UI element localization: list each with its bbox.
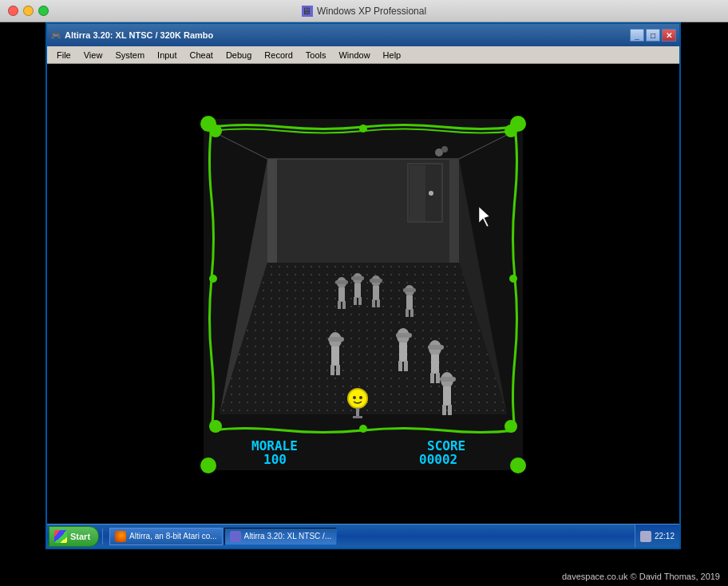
svg-rect-39 (377, 299, 380, 307)
svg-rect-58 (430, 373, 434, 383)
svg-rect-20 (410, 165, 425, 221)
svg-rect-53 (398, 361, 402, 371)
taskbar-tray: 22:12 (635, 525, 679, 548)
svg-text:100: 100 (263, 452, 287, 467)
xp-title-text: 🎮 Altirra 3.20: XL NTSC / 320K Rambo (50, 30, 630, 41)
taskbar-item-altirra[interactable]: Altirra 3.20: XL NTSC /... (224, 528, 338, 545)
corner-decoration-tl (200, 116, 216, 132)
svg-rect-65 (440, 377, 456, 382)
svg-rect-44 (410, 309, 413, 317)
svg-rect-27 (338, 287, 345, 302)
corner-decoration-bl (200, 457, 216, 473)
svg-rect-57 (431, 354, 439, 374)
svg-rect-70 (353, 416, 362, 418)
menu-system[interactable]: System (109, 49, 151, 61)
xp-maximize-button[interactable]: □ (646, 29, 660, 42)
start-button[interactable]: Start (49, 526, 99, 547)
xp-window-title: Altirra 3.20: XL NTSC / 320K Rambo (65, 30, 213, 40)
svg-point-8 (509, 275, 517, 283)
svg-rect-38 (372, 299, 375, 307)
mac-minimize-button[interactable] (23, 6, 34, 16)
xp-menubar: File View System Input Cheat Debug Recor… (47, 46, 679, 64)
game-canvas: MORALE 100 SCORE 00002 (204, 119, 523, 470)
tray-network-icon (640, 531, 651, 542)
mac-close-button[interactable] (8, 6, 18, 16)
svg-text:00002: 00002 (419, 452, 457, 467)
svg-rect-23 (449, 159, 459, 263)
svg-point-3 (209, 420, 222, 433)
svg-rect-42 (406, 295, 413, 310)
svg-rect-64 (448, 405, 452, 415)
svg-rect-37 (373, 286, 379, 300)
firefox-icon (115, 531, 126, 542)
mac-title-text: Windows XP Professional (317, 6, 426, 17)
svg-rect-60 (428, 345, 444, 350)
game-scene-svg: MORALE 100 SCORE 00002 (204, 119, 523, 470)
game-area: MORALE 100 SCORE 00002 (47, 64, 679, 525)
start-button-label: Start (70, 532, 90, 541)
xp-window-icon: 🎮 (50, 30, 61, 41)
svg-rect-62 (443, 386, 451, 406)
menu-tools[interactable]: Tools (299, 49, 333, 61)
mac-title-icon: 🖥 (302, 6, 313, 17)
xp-minimize-button[interactable]: _ (630, 29, 644, 42)
altirra-icon (230, 531, 241, 542)
svg-rect-45 (403, 288, 416, 292)
svg-point-68 (359, 396, 362, 399)
svg-point-6 (359, 425, 367, 433)
menu-cheat[interactable]: Cheat (184, 49, 220, 61)
svg-rect-50 (328, 337, 344, 342)
menu-help[interactable]: Help (377, 49, 408, 61)
menu-record[interactable]: Record (258, 49, 299, 61)
taskbar-divider (102, 529, 103, 544)
svg-rect-48 (330, 365, 334, 375)
menu-file[interactable]: File (50, 49, 77, 61)
svg-rect-47 (331, 346, 339, 366)
svg-point-5 (359, 125, 367, 133)
svg-point-7 (209, 275, 217, 283)
svg-rect-54 (404, 361, 408, 371)
taskbar-items: Altirra, an 8-bit Atari co... Altirra 3.… (106, 528, 635, 545)
svg-point-67 (353, 396, 356, 399)
mac-title: 🖥 Windows XP Professional (302, 6, 426, 17)
taskbar-item-altirra-label: Altirra 3.20: XL NTSC /... (244, 532, 332, 540)
taskbar-item-firefox-label: Altirra, an 8-bit Atari co... (129, 532, 217, 540)
svg-rect-33 (354, 297, 357, 305)
svg-rect-63 (442, 405, 446, 415)
menu-window[interactable]: Window (332, 49, 376, 61)
svg-rect-35 (351, 276, 364, 280)
svg-rect-52 (399, 342, 407, 362)
svg-point-66 (348, 389, 367, 408)
mac-maximize-button[interactable] (38, 6, 49, 16)
menu-view[interactable]: View (77, 49, 109, 61)
svg-point-25 (441, 146, 448, 152)
taskbar-item-firefox[interactable]: Altirra, an 8-bit Atari co... (109, 528, 223, 545)
svg-rect-43 (406, 309, 409, 317)
svg-rect-30 (335, 280, 348, 284)
svg-point-21 (429, 191, 433, 196)
svg-rect-29 (342, 301, 346, 309)
svg-rect-69 (356, 408, 359, 416)
xp-taskbar: Start Altirra, an 8-bit Atari co... Alti… (47, 524, 679, 548)
corner-decoration-br (510, 457, 526, 473)
menu-debug[interactable]: Debug (220, 49, 258, 61)
svg-rect-59 (436, 373, 440, 383)
svg-rect-49 (336, 365, 340, 375)
svg-rect-40 (370, 279, 382, 283)
xp-window: 🎮 Altirra 3.20: XL NTSC / 320K Rambo _ □… (46, 22, 681, 549)
svg-rect-55 (396, 333, 412, 338)
svg-point-4 (504, 420, 517, 433)
menu-input[interactable]: Input (151, 49, 183, 61)
svg-rect-34 (358, 297, 362, 305)
mac-window-buttons (8, 6, 49, 16)
corner-decoration-tr (510, 116, 526, 132)
xp-window-controls: _ □ ✕ (630, 29, 676, 42)
xp-titlebar: 🎮 Altirra 3.20: XL NTSC / 320K Rambo _ □… (47, 24, 679, 46)
svg-rect-22 (267, 159, 277, 263)
xp-close-button[interactable]: ✕ (662, 29, 676, 42)
watermark: davespace.co.uk © David Thomas, 2019 (562, 572, 720, 581)
mac-titlebar: 🖥 Windows XP Professional (0, 0, 728, 22)
taskbar-clock: 22:12 (655, 532, 675, 540)
windows-logo-icon (54, 530, 67, 543)
svg-rect-28 (338, 301, 341, 309)
